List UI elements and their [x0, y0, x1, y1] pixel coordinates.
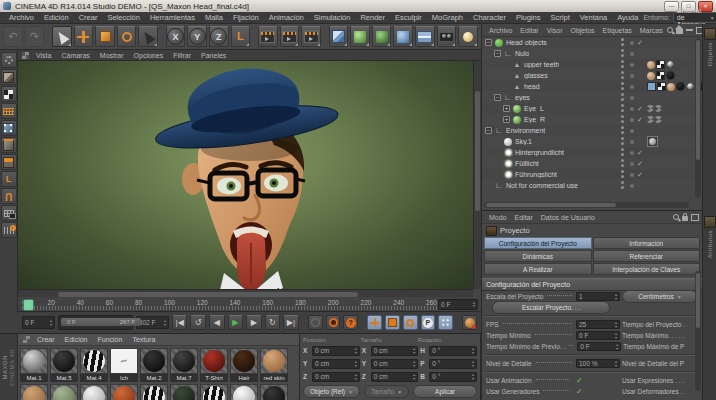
menu-herramientas[interactable]: Herramientas [145, 13, 200, 22]
visibility-dots-icon[interactable] [620, 38, 625, 47]
tree-row-upper-teeth[interactable]: ▲upper teeth [482, 59, 702, 70]
visibility-dots-icon[interactable] [620, 126, 625, 135]
material-menu-edicion[interactable]: Edición [60, 336, 93, 343]
expander-icon[interactable]: – [485, 39, 492, 46]
menu-edicion[interactable]: Edición [39, 13, 74, 22]
record-keyframe-button[interactable] [308, 315, 323, 330]
stepper-icon[interactable]: ▴▾ [413, 373, 415, 379]
object-menu-visor[interactable]: Visor [543, 27, 567, 34]
selection-tag-icon[interactable] [647, 61, 655, 69]
visibility-dots-icon[interactable] [620, 181, 625, 190]
material-tag-icon[interactable] [676, 82, 685, 91]
material-thumbnail[interactable] [20, 384, 48, 400]
material-mat7[interactable]: Mat.7 [170, 348, 198, 382]
layer-dot-icon[interactable] [630, 118, 634, 122]
snapping-button[interactable] [1, 222, 17, 238]
points-mode-button[interactable] [1, 120, 17, 136]
coord-value-field[interactable]: 0 cm▴▾ [312, 359, 360, 369]
material-tshirt[interactable]: T-Shirt [200, 348, 228, 382]
stepper-icon[interactable]: ▴▾ [616, 343, 618, 349]
tree-row-fulllicht[interactable]: Fülllicht✓ [482, 158, 702, 169]
material-ich[interactable]: ~Ich [110, 348, 138, 382]
menu-ayuda[interactable]: Ayuda [612, 13, 643, 22]
material-thumbnail[interactable] [260, 384, 288, 400]
tree-row-head[interactable]: ▲head [482, 81, 702, 92]
attribute-menu-datos-de-usuario[interactable]: Datos de Usuario [537, 214, 599, 221]
attr-tab-dinamicas[interactable]: Dinámicas [484, 250, 592, 262]
material-hair[interactable]: Hair [230, 348, 258, 382]
visibility-dots-icon[interactable] [620, 159, 625, 168]
layer-dot-icon[interactable] [630, 151, 634, 155]
material-swatch[interactable] [200, 384, 228, 400]
enabled-check-icon[interactable]: ✓ [637, 116, 643, 124]
material-thumbnail[interactable] [110, 384, 138, 400]
play-backwards-button[interactable]: ↺ [190, 315, 206, 330]
layer-dot-icon[interactable] [630, 129, 634, 133]
undo-button[interactable]: ↶ [3, 26, 23, 47]
attr-value-field[interactable]: 0 F▴▾ [577, 342, 621, 351]
viewport-vertical-scrollbar[interactable] [473, 61, 481, 289]
search-icon[interactable] [667, 27, 673, 33]
menu-script[interactable]: Script [546, 13, 575, 22]
material-red-skin[interactable]: red skin [260, 348, 288, 382]
axis-mode-button[interactable]: L [1, 171, 17, 187]
visibility-dots-icon[interactable] [620, 148, 625, 157]
material-thumbnail[interactable] [260, 348, 288, 374]
object-manager-horizontal-scrollbar[interactable] [484, 202, 689, 208]
menu-plugins[interactable]: Plugins [511, 13, 546, 22]
coordinate-system-button[interactable]: L [231, 26, 251, 47]
enabled-check-icon[interactable]: ✓ [637, 149, 643, 157]
material-thumbnail[interactable] [170, 384, 198, 400]
material-swatch[interactable] [260, 384, 288, 400]
layer-dot-icon[interactable] [630, 184, 634, 188]
checkbox-checked-icon[interactable]: ✓ [574, 387, 620, 396]
object-menu-objetos[interactable]: Objetos [566, 27, 598, 34]
material-thumbnail[interactable] [140, 348, 168, 374]
add-camera-button[interactable] [437, 26, 457, 47]
attr-value-field[interactable]: 100 %▴▾ [576, 359, 620, 368]
stepper-icon[interactable]: ▴▾ [615, 321, 617, 327]
tree-row-sky1[interactable]: Sky.1 [482, 136, 702, 147]
add-generator-button[interactable] [372, 26, 392, 47]
layer-dot-icon[interactable] [630, 140, 634, 144]
add-environment-button[interactable] [415, 26, 435, 47]
material-tag-icon[interactable] [666, 71, 675, 80]
material-thumbnail[interactable] [80, 348, 108, 374]
collapse-icon[interactable] [686, 29, 693, 31]
stepper-icon[interactable]: ▴▾ [472, 373, 474, 379]
material-mat2[interactable]: Mat.2 [140, 348, 168, 382]
menu-crear[interactable]: Crear [74, 13, 103, 22]
make-editable-button[interactable] [1, 52, 17, 68]
stepper-icon[interactable]: ▴▾ [355, 360, 357, 366]
material-menu-crear[interactable]: Crear [32, 336, 60, 343]
visibility-dots-icon[interactable] [620, 71, 625, 80]
material-thumbnail[interactable] [50, 348, 78, 374]
tree-row-eyes[interactable]: –∟eyes [482, 92, 702, 103]
material-swatch[interactable] [140, 384, 168, 400]
next-frame-button[interactable]: ▶ [246, 315, 262, 330]
menu-esculpir[interactable]: Esculpir [390, 13, 427, 22]
expander-icon[interactable]: + [503, 105, 510, 112]
stepper-icon[interactable]: ▴▾ [472, 360, 474, 366]
material-thumbnail[interactable] [80, 384, 108, 400]
material-thumbnail[interactable] [50, 384, 78, 400]
layer-dot-icon[interactable] [630, 107, 634, 111]
key-parameter-toggle[interactable]: P [421, 315, 436, 330]
menu-animacion[interactable]: Animación [264, 13, 309, 22]
visibility-dots-icon[interactable] [620, 49, 625, 58]
checkbox-checked-icon[interactable]: ✓ [574, 376, 620, 385]
size-mode-dropdown[interactable]: Tamaño▼ [364, 385, 409, 398]
attr-tab-a-realizar[interactable]: A Realizar [484, 263, 592, 275]
expression-tag-icon[interactable] [655, 116, 662, 124]
project-scale-field[interactable]: 1▴▾ [576, 292, 620, 301]
render-view-button[interactable] [258, 26, 278, 47]
material-mat4[interactable]: Mat.4 [80, 348, 108, 382]
visibility-dots-icon[interactable] [620, 137, 625, 146]
expression-tag-icon[interactable] [647, 105, 654, 113]
add-spline-button[interactable] [350, 26, 370, 47]
menu-archivo[interactable]: Archivo [4, 13, 39, 22]
coord-value-field[interactable]: 0 cm▴▾ [312, 346, 360, 356]
material-thumbnail[interactable] [170, 348, 198, 374]
stepper-icon[interactable]: ▴▾ [413, 347, 415, 353]
enabled-check-icon[interactable]: ✓ [637, 39, 643, 47]
